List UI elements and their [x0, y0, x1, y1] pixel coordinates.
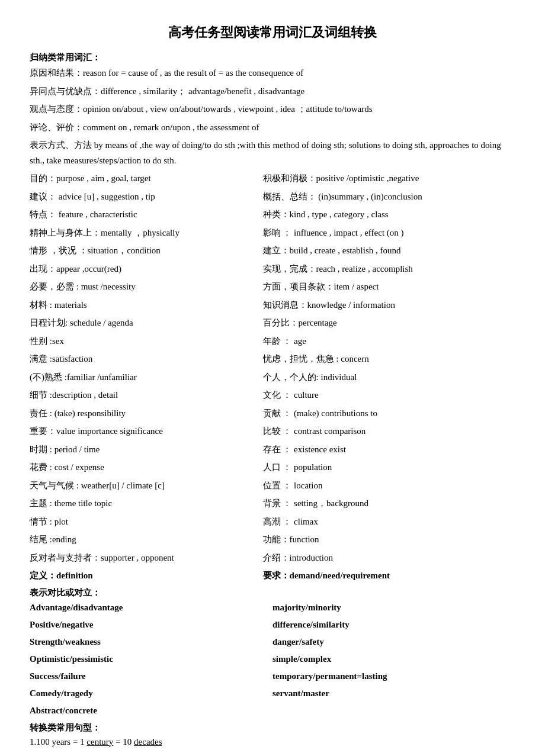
classify-section: 归纳类常用词汇： 原因和结果：reason for = cause of , a… — [30, 52, 515, 168]
convert-line1-mid: = 10 — [113, 737, 134, 747]
two-col-row-21: 反对者与支持者：supporter , opponent介绍：introduct… — [30, 551, 515, 566]
col-left-7: 材料 : materials — [30, 298, 263, 313]
two-col-row-19: 情节 : plot高潮 ： climax — [30, 514, 515, 530]
col-right-5: 实现，完成：reach , realize , accomplish — [263, 262, 515, 277]
two-col-row-7: 材料 : materials知识消息：knowledge / informati… — [30, 298, 515, 313]
definition-bold-value: definition — [56, 571, 93, 580]
requirement-bold-label: 要求： — [263, 571, 290, 580]
col-left-3: 精神上与身体上：mentally ，physically — [30, 226, 263, 241]
requirement-bold-value: demand/need/requirement — [290, 571, 390, 580]
col-left-5: 出现：appear ,occur(red) — [30, 262, 263, 277]
convert-decades: decades — [134, 737, 162, 747]
two-col-row-1: 建议： advice [u] , suggestion , tip概括、总结： … — [30, 189, 515, 205]
contrast-left-1: Positive/negative — [30, 617, 272, 633]
contrast-right-3: simple/complex — [272, 651, 515, 667]
convert-century: century — [86, 737, 113, 747]
contrast-left-3: Optimistic/pessimistic — [30, 651, 272, 667]
col-left-2: 特点： feature , characteristic — [30, 207, 263, 223]
col-right-19: 高潮 ： climax — [263, 514, 515, 530]
line-method: 表示方式、方法 by means of ,the way of doing/to… — [30, 138, 515, 168]
col-right-21: 介绍：introduction — [263, 551, 515, 566]
two-col-row-16: 花费 : cost / expense人口 ： population — [30, 460, 515, 475]
col-right-11: 个人，个人的: individual — [263, 370, 515, 385]
contrast-right-4: temporary/permanent=lasting — [272, 668, 515, 684]
two-col-row-4: 情形 ，状况 ：situation，condition建立：build , cr… — [30, 243, 515, 259]
two-col-row-2: 特点： feature , characteristic种类：kind , ty… — [30, 207, 515, 223]
col-left-17: 天气与气候 : weather[u] / climate [c] — [30, 478, 263, 494]
page-title: 高考任务型阅读常用词汇及词组转换 — [30, 24, 515, 41]
two-col-row-0: 目的：purpose , aim , goal, target积极和消极：pos… — [30, 171, 515, 186]
col-left-15: 时期 : period / time — [30, 442, 263, 458]
contrast-grid: Advantage/disadvantagemajority/minorityP… — [30, 600, 515, 719]
contrast-left-4: Success/failure — [30, 668, 272, 684]
col-left-21: 反对者与支持者：supporter , opponent — [30, 551, 263, 566]
two-col-row-6: 必要，必需 : must /necessity方面，项目条款：item / as… — [30, 279, 515, 295]
contrast-left-6: Abstract/concrete — [30, 703, 272, 719]
col-left-16: 花费 : cost / expense — [30, 460, 263, 475]
two-col-row-10: 满意 :satisfaction忧虑，担忧，焦急 : concern — [30, 352, 515, 367]
two-col-section: 目的：purpose , aim , goal, target积极和消极：pos… — [30, 171, 515, 565]
col-left-9: 性别 :sex — [30, 334, 263, 349]
contrast-right-6 — [272, 703, 515, 719]
two-col-row-18: 主题 : theme title topic背景 ： setting，backg… — [30, 496, 515, 511]
requirement-right: 要求：demand/need/requirement — [263, 568, 515, 584]
col-left-4: 情形 ，状况 ：situation，condition — [30, 243, 263, 259]
classify-title: 归纳类常用词汇： — [30, 52, 515, 63]
col-right-16: 人口 ： population — [263, 460, 515, 475]
two-col-row-3: 精神上与身体上：mentally ，physically影响 ： influen… — [30, 226, 515, 241]
col-left-8: 日程计划: schedule / agenda — [30, 316, 263, 331]
two-col-row-5: 出现：appear ,occur(red)实现，完成：reach , reali… — [30, 262, 515, 277]
col-right-18: 背景 ： setting，background — [263, 496, 515, 511]
line-reason: 原因和结果：reason for = cause of , as the res… — [30, 66, 515, 81]
convert-line1: 1.100 years = 1 century = 10 decades — [30, 735, 515, 750]
definition-row: 定义：definition 要求：demand/need/requirement — [30, 568, 515, 584]
two-col-row-8: 日程计划: schedule / agenda百分比：percentage — [30, 316, 515, 331]
two-col-row-15: 时期 : period / time存在 ： existence exist — [30, 442, 515, 458]
col-right-9: 年龄 ： age — [263, 334, 515, 349]
col-right-3: 影响 ： influence , impact , effect (on ) — [263, 226, 515, 241]
col-right-13: 贡献 ： (make) contributions to — [263, 406, 515, 422]
contrast-right-1: difference/similarity — [272, 617, 515, 633]
col-left-18: 主题 : theme title topic — [30, 496, 263, 511]
col-right-8: 百分比：percentage — [263, 316, 515, 331]
two-col-row-9: 性别 :sex年龄 ： age — [30, 334, 515, 349]
contrast-right-0: majority/minority — [272, 600, 515, 616]
contrast-left-0: Advantage/disadvantage — [30, 600, 272, 616]
two-col-row-20: 结尾 :ending功能：function — [30, 532, 515, 548]
two-col-row-11: (不)熟悉 :familiar /unfamiliar个人，个人的: indiv… — [30, 370, 515, 385]
line-diff: 异同点与优缺点：difference , similarity； advanta… — [30, 84, 515, 99]
contrast-right-2: danger/safety — [272, 634, 515, 650]
col-right-17: 位置 ： location — [263, 478, 515, 494]
col-right-1: 概括、总结： (in)summary , (in)conclusion — [263, 189, 515, 205]
line-opinion: 观点与态度：opinion on/about , view on/about/t… — [30, 102, 515, 117]
convert-title: 转换类常用句型： — [30, 722, 515, 734]
definition-bold-label: 定义： — [30, 571, 56, 580]
col-left-1: 建议： advice [u] , suggestion , tip — [30, 189, 263, 205]
line-comment: 评论、评价：comment on , remark on/upon , the … — [30, 120, 515, 136]
definition-left: 定义：definition — [30, 568, 263, 584]
col-right-6: 方面，项目条款：item / aspect — [263, 279, 515, 295]
contrast-left-5: Comedy/tragedy — [30, 686, 272, 702]
col-right-10: 忧虑，担忧，焦急 : concern — [263, 352, 515, 367]
col-left-13: 责任 : (take) responsibility — [30, 406, 263, 422]
col-right-14: 比较 ： contrast comparison — [263, 424, 515, 439]
col-left-14: 重要：value importance significance — [30, 424, 263, 439]
convert-line1-pre: 1.100 years = 1 — [30, 737, 86, 747]
col-right-15: 存在 ： existence exist — [263, 442, 515, 458]
col-left-20: 结尾 :ending — [30, 532, 263, 548]
two-col-row-14: 重要：value importance significance比较 ： con… — [30, 424, 515, 439]
contrast-left-2: Strength/weakness — [30, 634, 272, 650]
col-left-0: 目的：purpose , aim , goal, target — [30, 171, 263, 186]
col-right-0: 积极和消极：positive /optimistic ,negative — [263, 171, 515, 186]
col-left-12: 细节 :description , detail — [30, 388, 263, 403]
col-right-20: 功能：function — [263, 532, 515, 548]
col-left-11: (不)熟悉 :familiar /unfamiliar — [30, 370, 263, 385]
col-right-7: 知识消息：knowledge / information — [263, 298, 515, 313]
two-col-row-17: 天气与气候 : weather[u] / climate [c]位置 ： loc… — [30, 478, 515, 494]
col-left-19: 情节 : plot — [30, 514, 263, 530]
contrast-right-5: servant/master — [272, 686, 515, 702]
col-left-10: 满意 :satisfaction — [30, 352, 263, 367]
col-left-6: 必要，必需 : must /necessity — [30, 279, 263, 295]
col-right-12: 文化 ： culture — [263, 388, 515, 403]
contrast-title: 表示对比或对立： — [30, 587, 515, 599]
